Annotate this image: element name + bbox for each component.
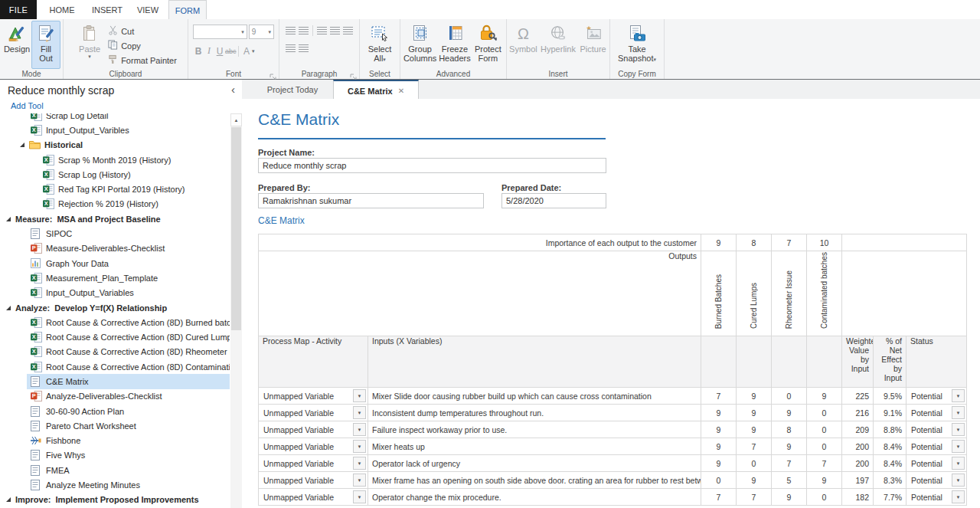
dropdown-arrow-icon[interactable]: ▼ — [353, 490, 366, 503]
sidebar-scrollbar[interactable]: ▲ — [230, 113, 242, 508]
tree-item[interactable]: XRejection % 2019 (History) — [0, 197, 230, 211]
status-dropdown[interactable]: Potential▼ — [906, 489, 967, 506]
copy-button[interactable]: Copy — [108, 38, 177, 53]
score-cell[interactable]: 9 — [737, 388, 772, 405]
font-size-combobox[interactable]: 9▾ — [249, 25, 274, 39]
bullet-list-icon[interactable] — [286, 27, 296, 34]
score-cell[interactable]: 9 — [701, 421, 737, 438]
symbol-button[interactable]: Ω Symbol — [508, 21, 538, 69]
score-cell[interactable]: 7 — [701, 388, 737, 405]
underline-button[interactable]: U — [214, 46, 225, 57]
input-variable-cell[interactable]: Operator lack of urgency — [368, 455, 701, 472]
importance-value[interactable]: 9 — [701, 234, 737, 251]
dropdown-arrow-icon[interactable]: ▼ — [952, 440, 965, 453]
bold-button[interactable]: B — [193, 46, 204, 57]
tree-item[interactable]: PAnalyze-Deliverables-Checklist — [0, 389, 230, 404]
output-name-cell[interactable]: Cured Lumps — [737, 251, 772, 336]
scroll-up-icon[interactable]: ▲ — [230, 113, 242, 126]
tree-item[interactable]: 30-60-90 Action Plan — [0, 404, 230, 418]
status-dropdown[interactable]: Potential▼ — [906, 455, 967, 472]
align-left-icon[interactable] — [317, 27, 327, 34]
output-name-cell[interactable]: Rheometer Issue — [772, 251, 807, 336]
dropdown-arrow-icon[interactable]: ▼ — [353, 474, 366, 487]
activity-dropdown[interactable]: Unmapped Variable▼ — [259, 421, 368, 438]
status-dropdown[interactable]: Potential▼ — [906, 421, 967, 438]
ribbon-tab-insert[interactable]: INSERT — [86, 0, 129, 19]
tree-item[interactable]: XInput_Output_Variables — [0, 286, 230, 300]
score-cell[interactable]: 7 — [737, 489, 772, 506]
tree-item[interactable]: PMeasure-Deliverables-Checklist — [0, 241, 230, 256]
tree-item[interactable]: SIPOC — [0, 226, 230, 241]
output-name-cell[interactable]: Burned Batches — [701, 251, 737, 336]
tree-section[interactable]: Measure: MSA and Project Baseline — [0, 211, 230, 226]
protect-form-button[interactable]: Protect Form — [472, 21, 505, 69]
strikethrough-button[interactable]: abc — [225, 48, 236, 55]
dropdown-arrow-icon[interactable]: ▼ — [353, 457, 366, 470]
tree-item[interactable]: Five Whys — [0, 448, 230, 463]
status-dropdown[interactable]: Potential▼ — [906, 388, 967, 405]
collapse-sidebar-icon[interactable]: ‹ — [231, 84, 235, 96]
add-tool-link[interactable]: Add Tool — [11, 101, 44, 110]
tree-item[interactable]: XInput_Output_Varibles — [0, 123, 230, 137]
score-cell[interactable]: 9 — [807, 472, 842, 489]
design-button[interactable]: Design — [2, 21, 31, 69]
tree-item[interactable]: XScrap % Month 2019 (History) — [0, 152, 230, 167]
score-cell[interactable]: 9 — [737, 405, 772, 421]
dialog-launcher-icon[interactable] — [350, 70, 358, 78]
numbered-list-icon[interactable] — [299, 27, 309, 34]
paste-button[interactable]: Paste ▾ — [74, 21, 105, 69]
file-tab[interactable]: FILE — [0, 0, 37, 19]
score-cell[interactable]: 7 — [772, 455, 807, 472]
dropdown-arrow-icon[interactable]: ▼ — [952, 490, 965, 503]
tree-item[interactable]: FMEA — [0, 463, 230, 477]
input-variable-cell[interactable]: Failure inspect workaway prior to use. — [368, 421, 701, 438]
input-variable-cell[interactable]: Inconsistent dump temperatures throughou… — [368, 405, 701, 421]
picture-button[interactable]: Picture — [578, 21, 608, 69]
activity-dropdown[interactable]: Unmapped Variable▼ — [259, 455, 368, 472]
importance-value[interactable]: 10 — [807, 234, 842, 251]
format-painter-button[interactable]: Format Painter — [108, 53, 177, 67]
activity-dropdown[interactable]: Unmapped Variable▼ — [259, 388, 368, 405]
italic-button[interactable]: I — [204, 45, 214, 57]
score-cell[interactable]: 0 — [701, 472, 737, 489]
prepared-by-input[interactable]: Ramakrishnan sukumar — [258, 193, 484, 208]
dropdown-arrow-icon[interactable]: ▼ — [353, 440, 366, 453]
score-cell[interactable]: 9 — [701, 438, 737, 455]
input-variable-cell[interactable]: Operator change the mix procedure. — [368, 489, 701, 506]
tree-item[interactable]: XScrap Log Detail — [0, 113, 230, 123]
score-cell[interactable]: 0 — [772, 388, 807, 405]
tree-section[interactable]: Improve: Implement Proposed Improvements — [0, 493, 230, 507]
score-cell[interactable]: 9 — [807, 388, 842, 405]
scrollbar-thumb[interactable] — [231, 127, 241, 330]
activity-dropdown[interactable]: Unmapped Variable▼ — [259, 438, 368, 455]
score-cell[interactable]: 9 — [772, 405, 807, 421]
expand-triangle-icon[interactable] — [6, 306, 11, 310]
tree-item[interactable]: C&E Matrix — [0, 374, 230, 388]
input-variable-cell[interactable]: Mixer heats up — [368, 438, 701, 455]
increase-indent-icon[interactable] — [286, 44, 296, 52]
tree-item[interactable]: XRoot Cause & Corrective Action (8D) Bur… — [0, 315, 230, 329]
status-dropdown[interactable]: Potential▼ — [906, 472, 967, 489]
expand-triangle-icon[interactable] — [6, 497, 11, 502]
tree-item[interactable]: Historical — [0, 138, 230, 152]
input-variable-cell[interactable]: Mixer frame has an opening on south side… — [368, 472, 701, 489]
score-cell[interactable]: 9 — [737, 472, 772, 489]
tree-item[interactable]: Pareto Chart Worksheet — [0, 418, 230, 433]
tree-item[interactable]: XRoot Cause & Corrective Action (8D) Con… — [0, 359, 230, 374]
tree-item[interactable]: XRed Tag KPI Portal 2019 (History) — [0, 182, 230, 196]
tab-project-today[interactable]: Project Today — [253, 80, 332, 99]
dropdown-arrow-icon[interactable]: ▼ — [353, 423, 366, 436]
score-cell[interactable]: 7 — [807, 455, 842, 472]
score-cell[interactable]: 9 — [701, 455, 737, 472]
output-name-cell[interactable]: Contaminated batches — [807, 251, 842, 336]
status-dropdown[interactable]: Potential▼ — [906, 405, 967, 421]
tree-item[interactable]: XRoot Cause & Corrective Action (8D) Cur… — [0, 329, 230, 344]
tree-item[interactable]: XRoot Cause & Corrective Action (8D) Rhe… — [0, 345, 230, 359]
tree-item[interactable]: XMeasurement_Plan_Template — [0, 270, 230, 285]
expand-triangle-icon[interactable] — [6, 217, 11, 221]
tree-item[interactable]: Fishbone — [0, 434, 230, 448]
tree-item[interactable]: XScrap Log (History) — [0, 167, 230, 182]
align-right-icon[interactable] — [343, 27, 353, 34]
tree-item[interactable]: Analyze Meeting Minutes — [0, 477, 230, 492]
take-snapshot-button[interactable]: Take Snapshot▾ — [614, 21, 660, 69]
